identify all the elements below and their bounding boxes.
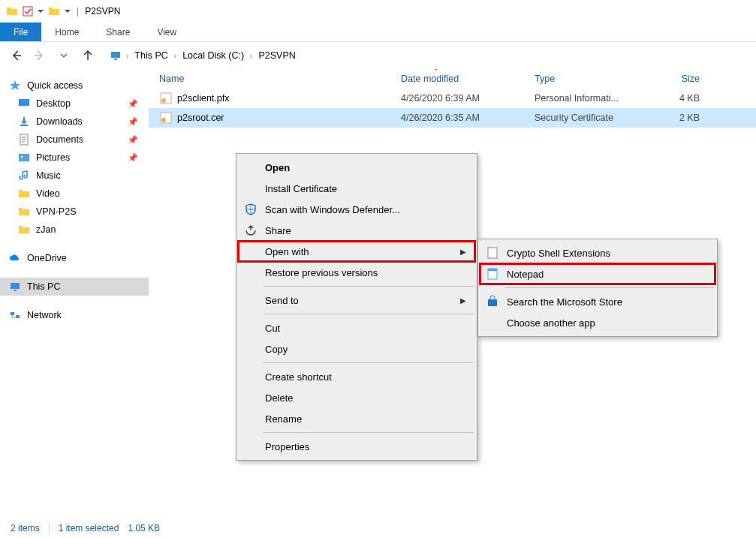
sidebar-item-desktop[interactable]: Desktop📌 [0,95,149,113]
status-selected-count: 1 item selected [59,523,119,533]
title-bar: | P2SVPN [0,0,756,23]
sidebar-item-label: Music [36,170,61,181]
tab-view[interactable]: View [143,23,190,41]
back-button[interactable] [8,47,24,64]
crumb-folder[interactable]: P2SVPN [257,49,297,62]
menu-label: Install Certificate [265,183,337,194]
menu-send-to[interactable]: Send to ▶ [238,290,475,311]
certificate-icon [159,111,173,125]
sidebar-item-pictures[interactable]: Pictures📌 [0,149,149,167]
submenu-notepad[interactable]: Notepad [480,263,715,284]
menu-delete[interactable]: Delete [238,387,475,408]
status-item-count: 2 items [11,523,40,533]
pin-icon: 📌 [128,99,138,109]
sidebar-item-downloads[interactable]: Downloads📌 [0,113,149,131]
certificate-icon [159,92,173,105]
checkbox-icon[interactable] [23,6,33,17]
svg-rect-2 [114,59,117,60]
sidebar-item-label: Downloads [36,116,83,127]
open-with-submenu: Crypto Shell Extensions Notepad Search t… [477,239,718,337]
crumb-this-pc[interactable]: This PC [133,49,169,62]
sidebar: Quick access Desktop📌 Downloads📌 Documen… [0,69,149,512]
menu-separator [505,287,714,288]
menu-label: Open [265,162,290,173]
document-icon [486,246,499,260]
col-size[interactable]: Size [647,74,715,84]
crumb-drive[interactable]: Local Disk (C:) [181,49,245,62]
folder-icon [18,188,30,200]
sidebar-item-label: Documents [36,134,83,145]
file-row[interactable]: p2sclient.pfx 4/26/2020 6:39 AM Personal… [149,89,756,108]
menu-restore-versions[interactable]: Restore previous versions [238,262,475,283]
svg-rect-3 [19,99,29,106]
col-date[interactable]: Date modified [401,74,535,84]
sidebar-onedrive[interactable]: OneDrive [0,249,149,267]
menu-copy[interactable]: Copy [238,338,475,359]
title-dropdown-icon[interactable] [65,8,71,14]
sidebar-quick-access[interactable]: Quick access [0,77,149,95]
menu-separator [264,314,474,314]
tab-share[interactable]: Share [92,23,143,41]
chevron-right-icon: › [126,52,128,60]
sidebar-item-vpn[interactable]: VPN-P2S [0,203,149,221]
forward-button[interactable] [32,47,48,64]
submenu-search-store[interactable]: Search the Microsoft Store [480,291,715,312]
menu-label: Send to [265,295,299,306]
folder-icon [18,206,30,218]
svg-rect-19 [488,299,497,306]
submenu-choose-app[interactable]: Choose another app [480,312,715,333]
window-title: P2SVPN [85,6,120,17]
menu-label: Choose another app [507,317,595,329]
sidebar-this-pc[interactable]: This PC [0,278,149,296]
menu-separator [264,286,474,287]
pin-icon: 📌 [128,153,138,163]
submenu-crypto-shell[interactable]: Crypto Shell Extensions [480,242,715,263]
pc-icon [110,50,122,62]
file-name: p2sclient.pfx [177,93,401,104]
svg-rect-6 [19,154,29,161]
file-tab[interactable]: File [0,23,41,41]
menu-label: Cut [265,323,280,334]
download-icon [18,116,30,128]
folder-icon [48,5,60,17]
sidebar-item-zjan[interactable]: zJan [0,221,149,239]
star-icon [9,80,21,92]
menu-install-certificate[interactable]: Install Certificate [238,178,475,199]
svg-rect-0 [23,7,32,16]
menu-separator [264,362,474,363]
column-headers[interactable]: Name Date modified Type Size [149,69,756,89]
menu-open-with[interactable]: Open with ▶ [238,241,475,262]
sidebar-item-video[interactable]: Video [0,185,149,203]
file-row[interactable]: p2sroot.cer 4/26/2020 6:35 AM Security C… [149,108,756,128]
network-icon [9,309,21,321]
file-size: 2 KB [647,113,715,123]
menu-rename[interactable]: Rename [238,408,475,429]
breadcrumb[interactable]: › This PC › Local Disk (C:) › P2SVPN [110,49,297,62]
menu-label: Crypto Shell Extensions [507,248,610,259]
menu-properties[interactable]: Properties [238,436,475,457]
menu-separator [264,432,474,433]
menu-scan-defender[interactable]: Scan with Windows Defender... [238,199,475,220]
col-type[interactable]: Type [535,74,647,84]
menu-open[interactable]: Open [238,157,475,178]
svg-rect-10 [11,312,14,315]
file-name: p2sroot.cer [177,113,401,123]
status-bar: 2 items 1 item selected 1.05 KB [0,518,756,538]
quick-access-toolbar [23,6,44,17]
menu-label: Share [265,225,291,236]
sidebar-network[interactable]: Network [0,306,149,324]
menu-label: Search the Microsoft Store [507,296,622,308]
qat-dropdown-icon[interactable] [38,8,44,14]
col-name[interactable]: Name [159,74,401,84]
tab-home[interactable]: Home [41,23,92,41]
sidebar-item-music[interactable]: Music [0,167,149,185]
sidebar-item-documents[interactable]: Documents📌 [0,131,149,149]
up-button[interactable] [80,47,96,64]
menu-share[interactable]: Share [238,220,475,241]
menu-create-shortcut[interactable]: Create shortcut [238,366,475,387]
svg-rect-9 [14,290,17,291]
menu-label: Restore previous versions [265,267,378,278]
recent-dropdown[interactable] [56,47,72,64]
arrow-left-icon [9,49,23,62]
menu-cut[interactable]: Cut [238,317,475,338]
